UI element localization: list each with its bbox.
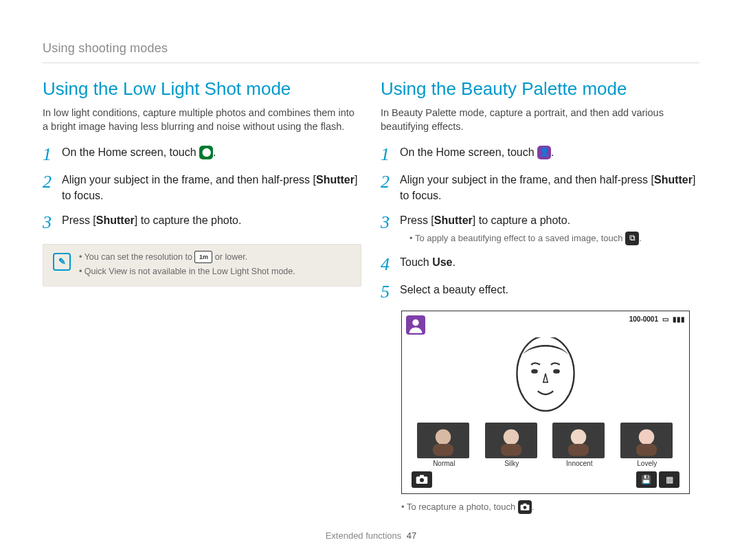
note-item: You can set the resolution to 1m or lowe… xyxy=(79,251,295,264)
svg-rect-14 xyxy=(420,475,424,477)
step-number: 1 xyxy=(381,144,400,164)
svg-point-4 xyxy=(436,429,451,445)
beauty-mode-icon: 👤 xyxy=(537,146,551,159)
step-body: Press [Shutter] to capture the photo. xyxy=(62,212,361,228)
grid-view-button[interactable]: ▦ xyxy=(659,471,679,488)
beauty-mode-icon xyxy=(406,315,425,335)
low-light-mode-icon: ⬤ xyxy=(199,146,213,159)
step-body: Touch Use. xyxy=(400,254,699,270)
step-number: 2 xyxy=(43,172,62,191)
steps-beauty: 1 On the Home screen, touch 👤. 2 Align y… xyxy=(381,144,699,301)
status-bar: 100-0001 ▭ ▮▮▮ xyxy=(629,315,685,323)
effect-option-silky[interactable]: Silky xyxy=(485,423,539,467)
svg-point-16 xyxy=(523,506,526,509)
svg-point-10 xyxy=(639,429,655,445)
battery-icon: ▮▮▮ xyxy=(673,315,685,323)
card-icon: ▭ xyxy=(662,315,668,323)
svg-point-13 xyxy=(420,478,424,482)
recapture-button[interactable] xyxy=(412,471,432,488)
section-title-low-light: Using the Low Light Shot mode xyxy=(43,78,361,100)
portrait-area xyxy=(406,337,685,418)
intro-low-light: In low light conditions, capture multipl… xyxy=(43,107,361,133)
step-number: 3 xyxy=(43,212,62,232)
steps-low-light: 1 On the Home screen, touch ⬤. 2 Align y… xyxy=(43,144,361,231)
note-item: Quick View is not available in the Low L… xyxy=(79,267,295,276)
resolution-icon: 1m xyxy=(194,251,212,263)
step-body: Align your subject in the frame, and the… xyxy=(400,172,699,203)
step-number: 5 xyxy=(381,282,400,301)
divider xyxy=(43,63,699,63)
effect-option-lovely[interactable]: Lovely xyxy=(620,423,674,467)
beauty-palette-preview: 100-0001 ▭ ▮▮▮ xyxy=(401,311,690,494)
effect-option-normal[interactable]: Normal xyxy=(417,423,471,467)
svg-point-3 xyxy=(553,369,560,373)
note-box: ✎ You can set the resolution to 1m or lo… xyxy=(43,244,361,287)
page-footer: Extended functions 47 xyxy=(0,530,742,541)
camera-icon xyxy=(518,500,532,514)
sub-step: To apply a beautifying effect to a saved… xyxy=(409,232,699,246)
left-column: Using the Low Light Shot mode In low lig… xyxy=(43,78,361,515)
svg-rect-5 xyxy=(433,444,453,456)
step-body: Press [Shutter] to capture a photo. To a… xyxy=(400,212,699,246)
effect-options-row: Normal Silky Innocent Lovely xyxy=(406,423,685,467)
svg-rect-17 xyxy=(523,503,526,504)
step-number: 4 xyxy=(381,254,400,273)
step-body: On the Home screen, touch 👤. xyxy=(400,144,699,160)
svg-rect-11 xyxy=(636,444,657,456)
svg-point-0 xyxy=(412,320,418,326)
save-button[interactable]: 💾 xyxy=(636,471,657,488)
gallery-icon: ⧉ xyxy=(625,232,639,245)
right-column: Using the Beauty Palette mode In Beauty … xyxy=(381,78,699,515)
intro-beauty: In Beauty Palette mode, capture a portra… xyxy=(381,107,699,133)
step-number: 3 xyxy=(381,212,400,232)
svg-rect-7 xyxy=(501,444,521,456)
svg-point-6 xyxy=(504,429,519,445)
svg-point-8 xyxy=(571,429,587,445)
step-body: Align your subject in the frame, and the… xyxy=(62,172,361,203)
step-number: 1 xyxy=(43,144,62,164)
after-note: To recapture a photo, touch . xyxy=(401,501,699,515)
svg-point-2 xyxy=(531,369,538,373)
step-number: 2 xyxy=(381,172,400,191)
effect-option-innocent[interactable]: Innocent xyxy=(552,423,606,467)
step-body: Select a beauty effect. xyxy=(400,282,699,298)
step-body: On the Home screen, touch ⬤. xyxy=(62,144,361,160)
section-title-beauty: Using the Beauty Palette mode xyxy=(381,78,699,100)
breadcrumb: Using shooting modes xyxy=(43,41,699,56)
note-icon: ✎ xyxy=(53,253,71,271)
svg-rect-9 xyxy=(568,444,589,456)
